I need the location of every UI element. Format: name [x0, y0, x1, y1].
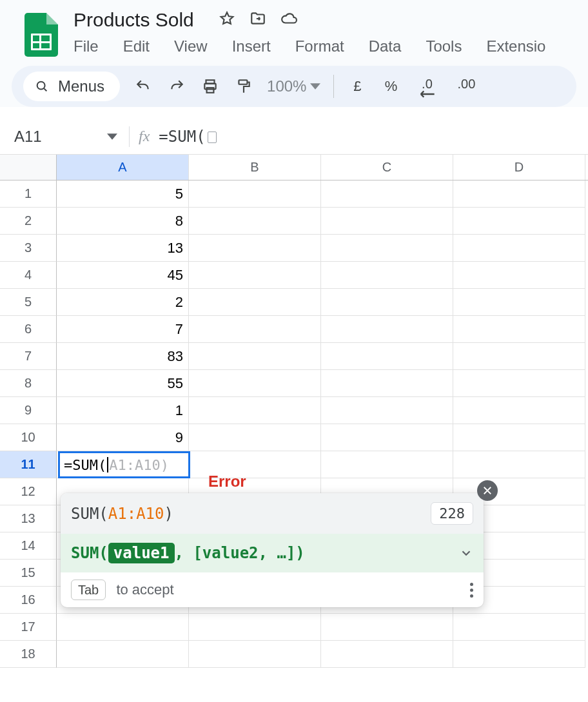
- col-header-a[interactable]: A: [57, 155, 189, 180]
- redo-button[interactable]: [166, 76, 187, 97]
- menu-edit[interactable]: Edit: [121, 36, 152, 57]
- cell[interactable]: [189, 235, 321, 262]
- paint-format-button[interactable]: [233, 76, 254, 97]
- cell[interactable]: [453, 208, 585, 235]
- row-header[interactable]: 10: [0, 424, 57, 451]
- cell[interactable]: [453, 343, 585, 370]
- row-header[interactable]: 14: [0, 532, 57, 560]
- cell[interactable]: [453, 614, 585, 641]
- cell[interactable]: [321, 451, 453, 478]
- cell[interactable]: [453, 370, 585, 397]
- cell[interactable]: 8: [57, 208, 189, 235]
- cell[interactable]: 83: [57, 343, 189, 370]
- cell[interactable]: [321, 262, 453, 289]
- close-popup-button[interactable]: [477, 480, 498, 501]
- row-header[interactable]: 16: [0, 587, 57, 614]
- formula-bar-input[interactable]: =SUM(: [159, 128, 216, 146]
- cell[interactable]: [189, 370, 321, 397]
- row-header[interactable]: 3: [0, 235, 57, 262]
- print-button[interactable]: [200, 76, 220, 97]
- cell[interactable]: [57, 614, 189, 641]
- cell[interactable]: [189, 397, 321, 424]
- cell[interactable]: [453, 316, 585, 343]
- row-header[interactable]: 1: [0, 180, 57, 208]
- cell[interactable]: [321, 316, 453, 343]
- row-header[interactable]: 7: [0, 343, 57, 370]
- row-header[interactable]: 6: [0, 316, 57, 343]
- menu-tools[interactable]: Tools: [423, 36, 464, 57]
- cell[interactable]: 13: [57, 235, 189, 262]
- cell[interactable]: [321, 370, 453, 397]
- cell[interactable]: [453, 180, 585, 208]
- cell[interactable]: [321, 343, 453, 370]
- row-header[interactable]: 17: [0, 614, 57, 641]
- menu-view[interactable]: View: [172, 36, 210, 57]
- name-box[interactable]: A11: [0, 128, 129, 146]
- cell[interactable]: [321, 614, 453, 641]
- formula-signature-row[interactable]: SUM(value1, [value2, …]): [61, 534, 484, 572]
- cell[interactable]: [189, 641, 321, 668]
- move-to-folder-icon[interactable]: [250, 10, 266, 30]
- cell[interactable]: [321, 208, 453, 235]
- cell[interactable]: [321, 180, 453, 208]
- col-header-c[interactable]: C: [321, 155, 453, 180]
- menu-format[interactable]: Format: [293, 36, 347, 57]
- row-header[interactable]: 18: [0, 641, 57, 668]
- cell[interactable]: [189, 289, 321, 316]
- row-header[interactable]: 5: [0, 289, 57, 316]
- row-header[interactable]: 12: [0, 478, 57, 505]
- cell[interactable]: [453, 289, 585, 316]
- cell[interactable]: [453, 235, 585, 262]
- col-header-b[interactable]: B: [189, 155, 321, 180]
- cell[interactable]: 2: [57, 289, 189, 316]
- cell[interactable]: [321, 289, 453, 316]
- cell[interactable]: [189, 343, 321, 370]
- row-header[interactable]: 2: [0, 208, 57, 235]
- active-cell-editor[interactable]: =SUM(A1:A10): [58, 451, 190, 478]
- currency-format-button[interactable]: £: [347, 76, 368, 97]
- cell[interactable]: [453, 262, 585, 289]
- cell[interactable]: [321, 235, 453, 262]
- menu-insert[interactable]: Insert: [230, 36, 273, 57]
- more-options-button[interactable]: [470, 583, 473, 598]
- cell[interactable]: [453, 451, 585, 478]
- formula-preview-row[interactable]: SUM(A1:A10) 228: [61, 493, 484, 534]
- row-header[interactable]: 13: [0, 505, 57, 532]
- cell[interactable]: 55: [57, 370, 189, 397]
- row-header[interactable]: 4: [0, 262, 57, 289]
- cloud-status-icon[interactable]: [280, 10, 297, 30]
- spreadsheet-grid[interactable]: 15 28 313 445 52 67 783 855 91 109 11 12…: [0, 180, 588, 668]
- cell[interactable]: [453, 424, 585, 451]
- decrease-decimal-button[interactable]: .0: [414, 76, 440, 97]
- row-header[interactable]: 15: [0, 560, 57, 587]
- cell[interactable]: [57, 641, 189, 668]
- star-icon[interactable]: [219, 10, 235, 30]
- menu-extensions[interactable]: Extensio: [484, 36, 548, 57]
- cell[interactable]: [321, 424, 453, 451]
- chevron-down-icon[interactable]: [459, 546, 473, 560]
- cell[interactable]: [189, 614, 321, 641]
- menu-data[interactable]: Data: [366, 36, 404, 57]
- cell[interactable]: [189, 316, 321, 343]
- cell[interactable]: [321, 641, 453, 668]
- percent-format-button[interactable]: %: [380, 76, 401, 97]
- cell[interactable]: 45: [57, 262, 189, 289]
- select-all-cell[interactable]: [0, 155, 57, 180]
- cell[interactable]: [189, 424, 321, 451]
- row-header[interactable]: 9: [0, 397, 57, 424]
- cell[interactable]: [453, 397, 585, 424]
- row-header[interactable]: 8: [0, 370, 57, 397]
- search-menus-button[interactable]: Menus: [23, 72, 120, 101]
- cell[interactable]: [453, 641, 585, 668]
- cell[interactable]: [189, 262, 321, 289]
- undo-button[interactable]: [133, 76, 153, 97]
- row-header[interactable]: 11: [0, 451, 57, 478]
- cell[interactable]: [321, 397, 453, 424]
- cell[interactable]: 5: [57, 180, 189, 208]
- cell[interactable]: 1: [57, 397, 189, 424]
- col-header-d[interactable]: D: [453, 155, 585, 180]
- cell[interactable]: 9: [57, 424, 189, 451]
- document-title[interactable]: Products Sold: [70, 6, 198, 34]
- cell[interactable]: [189, 208, 321, 235]
- menu-file[interactable]: File: [71, 36, 101, 57]
